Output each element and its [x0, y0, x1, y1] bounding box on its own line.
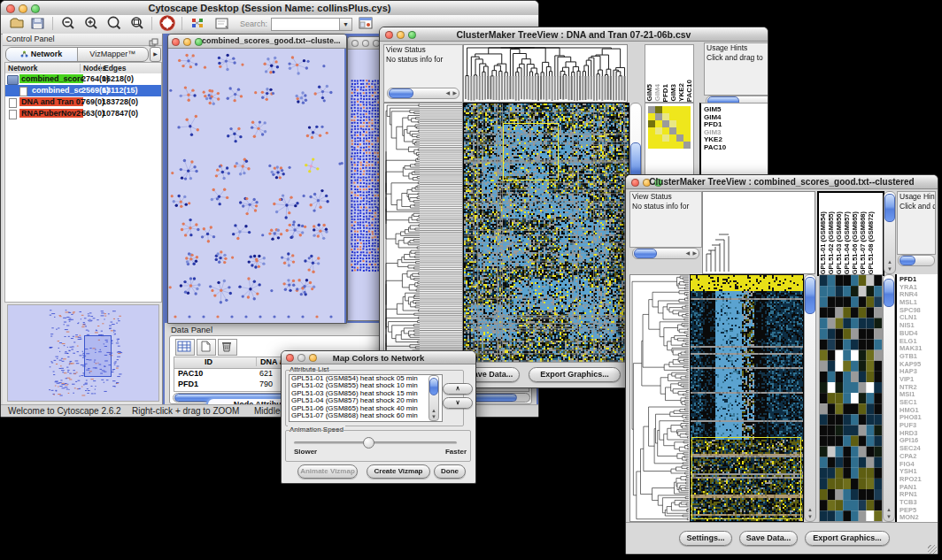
speed-slider-thumb[interactable]: [363, 437, 374, 449]
zoom-vscrollbar[interactable]: ▲▼: [883, 274, 895, 522]
gene-label[interactable]: MSI1: [900, 390, 938, 398]
resize-grip[interactable]: [928, 545, 937, 554]
delete-attribute-icon[interactable]: [218, 339, 237, 356]
gene-label[interactable]: PAC10: [704, 143, 768, 151]
animate-vizmap-button[interactable]: Animate Vizmap: [297, 464, 358, 479]
row-dendrogram[interactable]: [629, 274, 691, 522]
network-row[interactable]: combined_scores 2764(0) 16218(0): [5, 73, 161, 85]
zoom-matrix-canvas[interactable]: [647, 105, 691, 151]
network-row[interactable]: RNAPuberNov2+ 563(0) 107847(0): [5, 108, 161, 119]
column-label[interactable]: GIM3: [669, 84, 677, 102]
gene-label[interactable]: CLN1: [900, 313, 938, 321]
heatmap-canvas[interactable]: [463, 103, 629, 363]
heatmap-canvas[interactable]: [690, 274, 804, 522]
save-icon[interactable]: [29, 15, 47, 32]
gene-label[interactable]: HMG1: [900, 406, 938, 414]
column-label[interactable]: PFD1: [661, 84, 669, 102]
settings-button[interactable]: Settings...: [679, 531, 732, 546]
column-labels-scrollbar[interactable]: ▲▼: [884, 191, 896, 274]
close-icon[interactable]: [351, 40, 359, 47]
gene-label[interactable]: MON2: [900, 513, 938, 521]
column-label[interactable]: GPL51-02 (GSM855): [827, 211, 835, 274]
tab-network[interactable]: Network: [6, 48, 78, 61]
gene-label[interactable]: GIM4: [704, 113, 768, 121]
export-graphics-button[interactable]: Export Graphics...: [805, 531, 890, 546]
gene-label[interactable]: HAP3: [900, 367, 938, 375]
gene-label[interactable]: RPN1: [900, 490, 938, 498]
gene-label[interactable]: PEP5: [900, 506, 938, 514]
network-link-icon[interactable]: [189, 15, 206, 32]
view-status-scrollbar[interactable]: ◀▶: [387, 88, 459, 99]
gene-label[interactable]: KAP95: [900, 360, 938, 368]
zoom-fit-icon[interactable]: [105, 15, 123, 32]
gene-label[interactable]: RPO21: [900, 475, 938, 483]
column-header-id[interactable]: ID: [205, 357, 212, 366]
gene-label[interactable]: FIG4: [900, 460, 938, 468]
column-label[interactable]: GPL51-03 (GSM856): [835, 211, 843, 274]
gene-label[interactable]: PFD1: [704, 120, 768, 128]
attribute-list[interactable]: GPL51-01 (GSM854) heat shock 05 minGPL51…: [289, 374, 443, 422]
gene-label[interactable]: PFD1: [900, 275, 938, 283]
move-up-button[interactable]: ∧: [443, 383, 473, 395]
search-dropdown-icon[interactable]: ▼: [339, 18, 352, 31]
gene-label[interactable]: MAK31: [900, 344, 938, 352]
network-row[interactable]: DNA and Tran 07 769(0) 183728(0): [5, 96, 161, 108]
create-vizmap-button[interactable]: Create Vizmap: [367, 464, 430, 479]
new-attribute-icon[interactable]: [197, 339, 216, 356]
gene-label[interactable]: YSH1: [900, 467, 938, 475]
zoom-selected-icon[interactable]: [128, 15, 146, 32]
network-row[interactable]: combined_sco 2569(6) 13112(15): [5, 85, 161, 96]
gene-label[interactable]: GIM3: [704, 128, 768, 136]
column-label[interactable]: GIM4: [653, 84, 661, 102]
zoom-in-icon[interactable]: [82, 15, 100, 32]
export-graphics-button[interactable]: Export Graphics...: [529, 367, 621, 382]
row-dendrogram[interactable]: [383, 103, 463, 363]
tab-vizmapper[interactable]: VizMapper™: [78, 48, 149, 61]
save-data-button[interactable]: Save Data...: [739, 531, 798, 546]
network-view-canvas[interactable]: [168, 49, 344, 323]
gene-label[interactable]: SPC98: [900, 306, 938, 314]
gene-label[interactable]: GIM5: [704, 105, 768, 113]
network-overview-thumbnail[interactable]: [7, 304, 159, 402]
column-label[interactable]: GIM5: [645, 84, 653, 102]
gene-label[interactable]: CPA2: [900, 452, 938, 460]
column-label[interactable]: GPL51-01 (GSM854): [819, 211, 827, 274]
gene-label[interactable]: YRA1: [900, 283, 938, 291]
tab-overflow-button[interactable]: ▶: [150, 47, 161, 62]
column-label[interactable]: GPL51-06 (GSM865): [851, 211, 859, 274]
move-down-button[interactable]: ∨: [443, 397, 473, 409]
column-label[interactable]: GPL51-08 (GSM872): [867, 211, 875, 274]
zoom-heatmap-canvas[interactable]: [819, 274, 883, 522]
gene-label[interactable]: PUF3: [900, 421, 938, 429]
gene-label[interactable]: TCB3: [900, 498, 938, 506]
gene-label[interactable]: RNR4: [900, 290, 938, 298]
attribute-list-scrollbar[interactable]: ▲▼: [429, 375, 439, 421]
gene-label[interactable]: PHO81: [900, 413, 938, 421]
gene-label[interactable]: ELG1: [900, 337, 938, 345]
column-dendrogram[interactable]: [463, 44, 628, 103]
gene-label[interactable]: SEC24: [900, 444, 938, 452]
done-button[interactable]: Done: [434, 464, 466, 479]
table-view-icon[interactable]: [175, 339, 195, 356]
open-folder-icon[interactable]: [8, 15, 26, 32]
speed-slider-track[interactable]: [294, 441, 457, 444]
gene-label[interactable]: YKE2: [704, 135, 768, 143]
attribute-item[interactable]: GPL51-07 (GSM868) heat shock 60 min: [291, 412, 442, 419]
view-status-scrollbar[interactable]: ◀▶: [632, 248, 699, 259]
network-window[interactable]: combined_scores_good.txt--cluste...: [167, 34, 347, 324]
minimize-icon[interactable]: [183, 38, 191, 46]
gene-label[interactable]: GPI16: [900, 436, 938, 444]
gene-label[interactable]: NIS1: [900, 321, 938, 329]
column-label[interactable]: PAC10: [685, 80, 693, 102]
heatmap-vscrollbar[interactable]: ▲▼: [804, 274, 816, 522]
annotation-icon[interactable]: [213, 15, 231, 32]
gene-label[interactable]: BUD4: [900, 329, 938, 337]
column-label[interactable]: GPL51-04 (GSM857): [843, 211, 851, 274]
zoom-out-icon[interactable]: [59, 15, 77, 32]
help-lifesaver-icon[interactable]: [158, 15, 176, 32]
column-label[interactable]: YKE2: [677, 83, 685, 102]
network-table[interactable]: combined_scores 2764(0) 16218(0) combine…: [4, 73, 162, 303]
column-dendrogram[interactable]: [702, 191, 815, 274]
gene-label[interactable]: SEC1: [900, 398, 938, 406]
search-input[interactable]: [271, 18, 340, 31]
